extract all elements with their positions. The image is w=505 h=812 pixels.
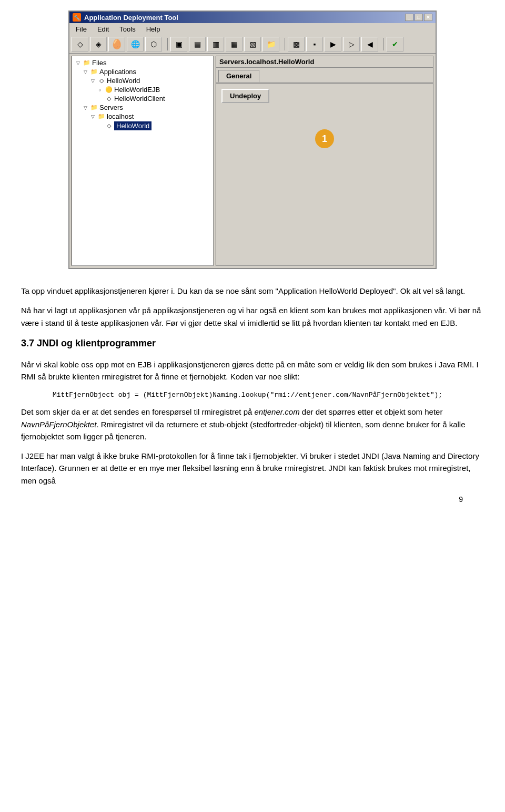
toolbar-btn-9[interactable]: ▦	[226, 37, 243, 52]
toolbar-btn-10[interactable]: ▧	[244, 37, 261, 52]
tree-expand-client	[96, 95, 104, 102]
tree-expand-ejb[interactable]: ○	[96, 86, 104, 94]
toolbar-btn-play[interactable]: ▶	[325, 37, 341, 52]
doc-para5: I J2EE har man valgt å ikke bruke RMI-pr…	[21, 450, 484, 487]
close-button[interactable]: ✕	[424, 14, 432, 21]
right-panel: Servers.localhost.HelloWorld General Und…	[216, 56, 433, 266]
panel-title: Servers.localhost.HelloWorld	[216, 56, 433, 68]
doc-para4-em: entjener.com	[255, 407, 300, 416]
undeploy-button[interactable]: Undeploy	[221, 89, 269, 103]
circle-number: 1	[315, 129, 334, 148]
toolbar-btn-1[interactable]: ◇	[72, 37, 88, 52]
tree-icon-hw-server: ◇	[105, 122, 113, 130]
tab-content: Undeploy	[216, 84, 433, 108]
tree-node-applications: ▽ 📁 Applications	[82, 67, 211, 76]
tab-general[interactable]: General	[218, 70, 259, 83]
doc-para5-text: I J2EE har man valgt å ikke bruke RMI-pr…	[21, 451, 479, 485]
menu-file[interactable]: File	[72, 24, 91, 34]
doc-para4-text: Det som skjer da er at det sendes en for…	[21, 407, 255, 416]
tree-node-helloworld-app: ▽ ◇ HelloWorld	[89, 76, 211, 85]
window-title: Application Deployment Tool	[84, 14, 178, 22]
page-number: 9	[21, 494, 484, 506]
circle-container: 1	[216, 108, 433, 169]
menu-help[interactable]: Help	[142, 24, 165, 34]
toolbar-sep-1	[165, 38, 168, 50]
toolbar-btn-6[interactable]: ▣	[170, 37, 187, 52]
tree-expand-hw-server	[96, 122, 104, 130]
tree-label-ejb[interactable]: HelloWorldEJB	[114, 86, 160, 94]
maximize-button[interactable]: □	[415, 14, 423, 21]
doc-para2-text: Nå har vi lagt ut applikasjonen vår på a…	[21, 306, 481, 327]
code-line: MittFjernObject obj = (MittFjernObjekt)N…	[53, 391, 442, 399]
tree-icon-applications: 📁	[90, 68, 98, 76]
tree-label-helloworld-server[interactable]: HelloWorld	[114, 121, 152, 130]
toolbar-btn-folder[interactable]: 📁	[262, 37, 279, 52]
section-number: 3.7	[21, 338, 34, 348]
tree-children-applications: ▽ ◇ HelloWorld ○ 🟡 HelloWorldEJB	[89, 76, 211, 103]
doc-para3: Når vi skal koble oss opp mot en EJB i a…	[21, 358, 484, 383]
tree-panel: ▽ 📁 Files ▽ 📁 Applications ▽	[72, 56, 214, 266]
tree-icon-client: ◇	[105, 95, 113, 102]
tree-icon-localhost: 📁	[97, 113, 106, 120]
tree-children-servers: ▽ 📁 localhost ◇ HelloWorld	[89, 112, 211, 131]
toolbar-btn-5[interactable]: ⬡	[145, 37, 162, 52]
doc-para4-em2: NavnPåFjernObjektet	[21, 420, 96, 429]
toolbar-btn-globe[interactable]: 🌐	[127, 37, 144, 52]
toolbar-btn-8[interactable]: ▥	[207, 37, 224, 52]
tree-node-helloworld-server: ◇ HelloWorld	[96, 121, 211, 131]
tree-label-client[interactable]: HelloWorldClient	[114, 95, 165, 102]
toolbar: ◇ ◈ 🥚 🌐 ⬡ ▣ ▤ ▥ ▦ ▧ 📁 ▩ ▪ ▶ ▷ ◀ ✔	[69, 35, 436, 54]
tree-expand-helloworld-app[interactable]: ▽	[89, 77, 96, 85]
toolbar-btn-7[interactable]: ▤	[189, 37, 206, 52]
menu-bar: File Edit Tools Help	[69, 23, 436, 35]
tree-node-helloworldejb: ○ 🟡 HelloWorldEJB	[96, 85, 211, 94]
title-bar: 🔧 Application Deployment Tool _ □ ✕	[69, 12, 436, 23]
toolbar-btn-check[interactable]: ✔	[387, 37, 403, 52]
title-controls: _ □ ✕	[405, 14, 432, 21]
tree-node-servers: ▽ 📁 Servers	[82, 103, 211, 112]
tree-node-files: ▽ 📁 Files	[74, 58, 211, 67]
tree-children-files: ▽ 📁 Applications ▽ ◇ HelloWorld	[82, 67, 211, 131]
toolbar-sep-2	[282, 38, 285, 50]
toolbar-btn-back[interactable]: ◀	[361, 37, 378, 52]
tree-expand-applications[interactable]: ▽	[82, 68, 89, 76]
tree-expand-files[interactable]: ▽	[74, 59, 82, 67]
minimize-button[interactable]: _	[405, 14, 413, 21]
tree-children-localhost: ◇ HelloWorld	[96, 121, 211, 131]
doc-para4: Det som skjer da er at det sendes en for…	[21, 406, 484, 443]
tree-label-files: Files	[92, 59, 106, 67]
toolbar-btn-play2[interactable]: ▷	[343, 37, 360, 52]
doc-para4-rest: der det spørres etter et objekt som hete…	[300, 407, 443, 416]
tree-icon-servers: 📁	[90, 104, 98, 111]
toolbar-btn-11[interactable]: ▩	[288, 37, 305, 52]
section-title: JNDI og klientprogrammer	[37, 338, 156, 348]
tree-expand-localhost[interactable]: ▽	[89, 113, 96, 120]
tree-children-helloworld-app: ○ 🟡 HelloWorldEJB ◇ HelloWorldClient	[96, 85, 211, 103]
doc-para3-text: Når vi skal koble oss opp mot en EJB i a…	[21, 360, 479, 381]
title-bar-left: 🔧 Application Deployment Tool	[73, 13, 178, 22]
tree-node-localhost: ▽ 📁 localhost	[89, 112, 211, 121]
application-window: 🔧 Application Deployment Tool _ □ ✕ File…	[68, 11, 437, 269]
tree-icon-helloworld-app: ◇	[97, 77, 106, 85]
app-icon: 🔧	[73, 13, 81, 22]
section-heading: 3.7 JNDI og klientprogrammer	[21, 336, 484, 351]
doc-para1: Ta opp vinduet applikasjonstjeneren kjør…	[21, 285, 484, 297]
tree-label-applications[interactable]: Applications	[99, 68, 136, 76]
tree-icon-files: 📁	[83, 59, 91, 67]
main-content: ▽ 📁 Files ▽ 📁 Applications ▽	[69, 54, 436, 268]
tree-label-localhost[interactable]: localhost	[107, 112, 134, 120]
toolbar-btn-3[interactable]: 🥚	[108, 37, 125, 52]
toolbar-btn-2[interactable]: ◈	[90, 37, 107, 52]
code-block: MittFjernObject obj = (MittFjernObjekt)N…	[53, 390, 484, 400]
document-content: Ta opp vinduet applikasjonstjeneren kjør…	[0, 274, 505, 516]
doc-para1-text: Ta opp vinduet applikasjonstjeneren kjør…	[21, 286, 465, 295]
menu-tools[interactable]: Tools	[115, 24, 139, 34]
tree-label-servers[interactable]: Servers	[99, 104, 123, 111]
tree-icon-ejb: 🟡	[105, 86, 113, 94]
tree-expand-servers[interactable]: ▽	[82, 104, 89, 111]
toolbar-sep-3	[381, 38, 384, 50]
tree-label-helloworld-app[interactable]: HelloWorld	[107, 77, 140, 85]
menu-edit[interactable]: Edit	[93, 24, 113, 34]
toolbar-btn-12[interactable]: ▪	[306, 37, 323, 52]
tree-node-helloworldclient: ◇ HelloWorldClient	[96, 94, 211, 103]
